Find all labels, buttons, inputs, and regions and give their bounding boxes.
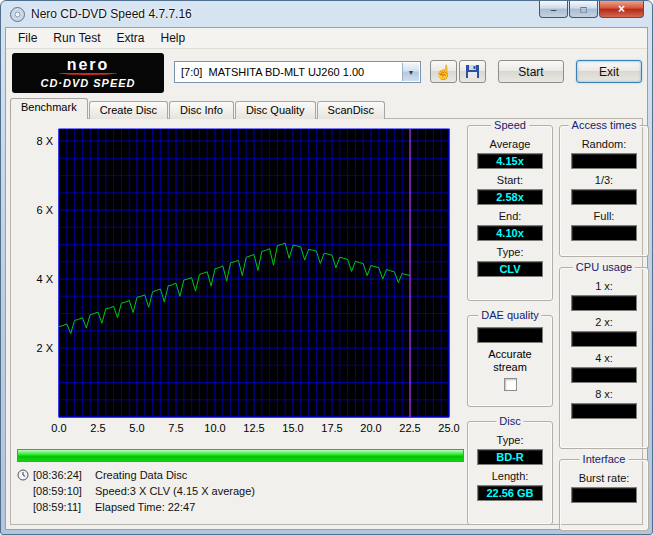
client-area: File Run Test Extra Help nero CD·DVD SPE… — [5, 27, 648, 530]
dae-quality-value — [477, 327, 543, 343]
cpu-1x-value — [571, 295, 637, 311]
svg-text:12.5: 12.5 — [243, 422, 264, 434]
log-entry: [08:36:24] Creating Data Disc — [17, 467, 466, 483]
end-value: 4.10x — [477, 225, 543, 241]
svg-text:0.0: 0.0 — [51, 422, 66, 434]
status-log: [08:36:24] Creating Data Disc [08:59:10]… — [17, 467, 466, 515]
speed-group: Speed Average 4.15x Start: 2.58x End: 4.… — [467, 125, 553, 301]
svg-text:5.0: 5.0 — [129, 422, 144, 434]
log-entry: [08:59:11] Elapsed Time: 22:47 — [17, 499, 466, 515]
average-value: 4.15x — [477, 153, 543, 169]
benchmark-chart: 2 X4 X6 X8 X0.02.55.07.510.012.515.017.5… — [15, 123, 464, 441]
svg-text:8 X: 8 X — [36, 135, 53, 147]
menu-run-test[interactable]: Run Test — [45, 29, 108, 47]
interface-group-title: Interface — [580, 453, 629, 465]
exit-button[interactable]: Exit — [576, 60, 642, 83]
floppy-icon — [465, 64, 480, 79]
burst-rate-label: Burst rate: — [560, 472, 648, 486]
one-third-value — [571, 189, 637, 205]
tab-scandisc[interactable]: ScanDisc — [317, 101, 385, 119]
log-entry: [08:59:10] Speed:3 X CLV (4.15 X average… — [17, 483, 466, 499]
clock-icon — [17, 469, 33, 481]
progress-fill — [18, 450, 463, 461]
svg-text:7.5: 7.5 — [168, 422, 183, 434]
menu-help[interactable]: Help — [153, 29, 194, 47]
nero-logo-text: nero — [67, 57, 110, 72]
disc-length-value: 22.56 GB — [477, 485, 543, 501]
menu-extra[interactable]: Extra — [108, 29, 152, 47]
burst-rate-value — [571, 487, 637, 503]
log-text: Speed:3 X CLV (4.15 X average) — [95, 485, 255, 497]
average-label: Average — [468, 138, 552, 152]
start-button[interactable]: Start — [498, 60, 564, 83]
type-label: Type: — [468, 246, 552, 260]
app-window: Nero CD-DVD Speed 4.7.7.16 – □ × File Ru… — [0, 0, 653, 535]
log-text: Creating Data Disc — [95, 469, 187, 481]
speed-type-value: CLV — [477, 261, 543, 277]
dae-quality-group: DAE quality Accurate stream — [467, 315, 553, 407]
cpu-4x-label: 4 x: — [560, 352, 648, 366]
tab-disc-info[interactable]: Disc Info — [169, 101, 234, 119]
close-button[interactable]: × — [599, 1, 644, 18]
nero-logo-swoosh — [59, 71, 117, 75]
progress-bar — [17, 449, 464, 462]
interface-group: Interface Burst rate: — [559, 459, 649, 531]
svg-text:20.0: 20.0 — [360, 422, 381, 434]
svg-text:2.5: 2.5 — [90, 422, 105, 434]
window-controls: – □ × — [538, 1, 644, 18]
cpu-4x-value — [571, 367, 637, 383]
svg-text:2 X: 2 X — [36, 342, 53, 354]
disc-group: Disc Type: BD-R Length: 22.56 GB — [467, 421, 553, 525]
options-button[interactable]: ☝ — [430, 60, 457, 83]
cpu-2x-label: 2 x: — [560, 316, 648, 330]
drive-select-value: [7:0] MATSHITA BD-MLT UJ260 1.00 — [181, 66, 364, 78]
log-text: Elapsed Time: 22:47 — [95, 501, 195, 513]
random-value — [571, 153, 637, 169]
random-label: Random: — [560, 138, 648, 152]
end-label: End: — [468, 210, 552, 224]
disc-type-label: Type: — [468, 434, 552, 448]
start-value: 2.58x — [477, 189, 543, 205]
log-time: [08:59:11] — [33, 501, 95, 513]
start-label: Start: — [468, 174, 552, 188]
svg-text:25.0: 25.0 — [438, 422, 459, 434]
full-label: Full: — [560, 210, 648, 224]
access-times-title: Access times — [569, 119, 640, 131]
pointing-hand-icon: ☝ — [435, 64, 452, 80]
benchmark-page: 2 X4 X6 X8 X0.02.55.07.510.012.515.017.5… — [10, 118, 643, 525]
svg-text:4 X: 4 X — [36, 273, 53, 285]
svg-text:17.5: 17.5 — [321, 422, 342, 434]
tab-benchmark[interactable]: Benchmark — [10, 98, 88, 119]
log-time: [08:59:10] — [33, 485, 95, 497]
nero-logo: nero CD·DVD SPEED — [12, 53, 164, 93]
save-results-button[interactable] — [459, 60, 486, 83]
panel-column-left: Speed Average 4.15x Start: 2.58x End: 4.… — [467, 125, 553, 525]
disc-group-title: Disc — [496, 415, 523, 427]
access-times-group: Access times Random: 1/3: Full: — [559, 125, 649, 257]
titlebar[interactable]: Nero CD-DVD Speed 4.7.7.16 – □ × — [1, 1, 652, 27]
drive-select[interactable]: [7:0] MATSHITA BD-MLT UJ260 1.00 ▼ — [174, 61, 421, 83]
tabstrip: Benchmark Create Disc Disc Info Disc Qua… — [10, 98, 386, 119]
log-time: [08:36:24] — [33, 469, 95, 481]
cpu-8x-value — [571, 403, 637, 419]
minimize-button[interactable]: – — [539, 1, 568, 18]
cpu-8x-label: 8 x: — [560, 388, 648, 402]
svg-text:10.0: 10.0 — [204, 422, 225, 434]
nero-logo-product: CD·DVD SPEED — [40, 77, 135, 89]
tab-disc-quality[interactable]: Disc Quality — [235, 101, 316, 119]
svg-text:6 X: 6 X — [36, 204, 53, 216]
disc-type-value: BD-R — [477, 449, 543, 465]
accurate-stream-checkbox[interactable] — [504, 378, 517, 391]
one-third-label: 1/3: — [560, 174, 648, 188]
dropdown-arrow-icon[interactable]: ▼ — [402, 63, 419, 81]
tab-create-disc[interactable]: Create Disc — [89, 101, 168, 119]
accurate-stream-label: Accurate stream — [468, 348, 552, 374]
menu-file[interactable]: File — [10, 29, 45, 47]
menubar: File Run Test Extra Help — [6, 28, 647, 49]
dae-quality-title: DAE quality — [478, 309, 541, 321]
maximize-button[interactable]: □ — [569, 1, 598, 18]
toolbar: nero CD·DVD SPEED [7:0] MATSHITA BD-MLT … — [6, 50, 647, 96]
cpu-usage-group: CPU usage 1 x: 2 x: 4 x: 8 x: — [559, 267, 649, 449]
speed-chart-svg: 2 X4 X6 X8 X0.02.55.07.510.012.515.017.5… — [15, 123, 464, 441]
speed-group-title: Speed — [491, 119, 529, 131]
